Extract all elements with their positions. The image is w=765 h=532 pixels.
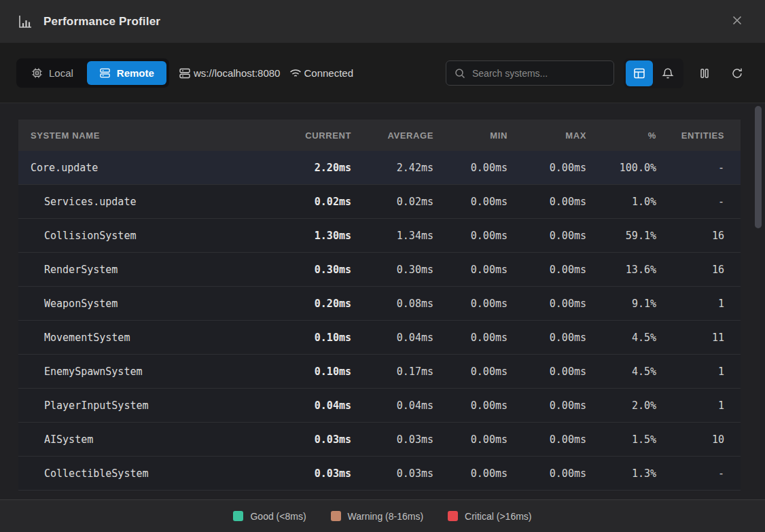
table-row[interactable]: Core.update 2.20ms 2.42ms 0.00ms 0.00ms … <box>18 151 741 185</box>
cell-entities: - <box>658 196 741 208</box>
cell-entities: - <box>658 162 741 174</box>
cell-min: 0.00ms <box>435 332 509 344</box>
column-header-max[interactable]: MAX <box>509 130 588 141</box>
cell-percent: 1.3% <box>588 467 658 480</box>
cell-average: 0.03ms <box>353 467 435 480</box>
legend-item: Good (<8ms) <box>233 511 306 522</box>
legend-label: Warning (8-16ms) <box>348 511 424 522</box>
table-view-button[interactable] <box>626 60 653 86</box>
cell-max: 0.00ms <box>509 162 588 174</box>
cell-entities: 1 <box>658 400 741 412</box>
cell-current: 0.03ms <box>277 433 353 446</box>
column-header-min[interactable]: MIN <box>435 130 509 141</box>
legend-swatch <box>233 511 243 521</box>
close-button[interactable] <box>727 12 747 32</box>
table-row[interactable]: Services.update 0.02ms 0.02ms 0.00ms 0.0… <box>18 185 741 219</box>
systems-table: SYSTEM NAME CURRENT AVERAGE MIN MAX % EN… <box>18 120 741 491</box>
cell-current: 1.30ms <box>277 230 353 242</box>
connection-url: ws://localhost:8080 <box>194 67 281 79</box>
cell-percent: 9.1% <box>588 298 658 310</box>
cell-min: 0.00ms <box>435 467 509 480</box>
cell-current: 2.20ms <box>277 162 353 174</box>
cell-min: 0.00ms <box>435 196 509 208</box>
connection-info: ws://localhost:8080 Connected <box>179 67 353 79</box>
close-icon <box>732 15 743 28</box>
cell-current: 0.30ms <box>277 264 353 276</box>
cell-percent: 59.1% <box>588 230 658 242</box>
cell-min: 0.00ms <box>435 230 509 242</box>
cell-percent: 2.0% <box>588 400 658 412</box>
vertical-scrollbar[interactable] <box>754 105 762 498</box>
pause-icon <box>698 67 711 79</box>
search-box <box>446 60 614 86</box>
search-input[interactable] <box>472 68 605 79</box>
cell-percent: 13.6% <box>588 264 658 276</box>
connection-status-label: Connected <box>304 67 353 79</box>
refresh-button[interactable] <box>726 60 749 86</box>
table-row[interactable]: AISystem 0.03ms 0.03ms 0.00ms 0.00ms 1.5… <box>18 423 741 457</box>
cell-entities: 10 <box>658 433 741 446</box>
table-row[interactable]: MovementSystem 0.10ms 0.04ms 0.00ms 0.00… <box>18 321 741 355</box>
mode-remote-button[interactable]: Remote <box>87 61 166 85</box>
cell-system-name: MovementSystem <box>18 332 277 344</box>
cell-percent: 1.5% <box>588 433 658 446</box>
legend-item: Critical (>16ms) <box>448 511 531 522</box>
legend-label: Good (<8ms) <box>250 511 306 522</box>
alerts-button[interactable] <box>654 60 681 86</box>
table-row[interactable]: PlayerInputSystem 0.04ms 0.04ms 0.00ms 0… <box>18 389 741 423</box>
cell-system-name: Core.update <box>18 162 277 174</box>
column-header-entities[interactable]: ENTITIES <box>658 130 741 141</box>
cell-max: 0.00ms <box>509 264 588 276</box>
cell-entities: 1 <box>658 298 741 310</box>
cell-entities: - <box>658 467 741 480</box>
scrollbar-thumb[interactable] <box>755 106 762 228</box>
table-body: Core.update 2.20ms 2.42ms 0.00ms 0.00ms … <box>18 151 741 491</box>
column-header-percent[interactable]: % <box>588 130 658 141</box>
cell-average: 0.03ms <box>353 433 435 446</box>
table-row[interactable]: RenderSystem 0.30ms 0.30ms 0.00ms 0.00ms… <box>18 253 741 287</box>
column-header-current[interactable]: CURRENT <box>277 130 353 141</box>
cell-percent: 4.5% <box>588 366 658 378</box>
table-grid-icon <box>633 67 645 79</box>
cell-min: 0.00ms <box>435 162 509 174</box>
cell-system-name: CollisionSystem <box>18 230 277 242</box>
cell-current: 0.20ms <box>277 298 353 310</box>
legend-swatch <box>448 511 458 521</box>
cell-average: 0.08ms <box>353 298 435 310</box>
column-header-system-name[interactable]: SYSTEM NAME <box>18 130 277 141</box>
refresh-icon <box>731 67 743 79</box>
cell-percent: 1.0% <box>588 196 658 208</box>
cpu-icon <box>31 67 43 79</box>
cell-average: 0.02ms <box>353 196 435 208</box>
column-header-average[interactable]: AVERAGE <box>353 130 435 141</box>
legend-label: Critical (>16ms) <box>465 511 531 522</box>
cell-max: 0.00ms <box>509 467 588 480</box>
cell-system-name: WeaponSystem <box>18 298 277 310</box>
cell-system-name: CollectibleSystem <box>18 467 277 480</box>
search-icon <box>455 68 465 79</box>
table-row[interactable]: EnemySpawnSystem 0.10ms 0.17ms 0.00ms 0.… <box>18 355 741 389</box>
server-icon <box>179 67 191 79</box>
cell-max: 0.00ms <box>509 196 588 208</box>
cell-min: 0.00ms <box>435 400 509 412</box>
cell-average: 2.42ms <box>353 162 435 174</box>
table-header-row: SYSTEM NAME CURRENT AVERAGE MIN MAX % EN… <box>18 120 741 151</box>
table-row[interactable]: CollectibleSystem 0.03ms 0.03ms 0.00ms 0… <box>18 457 741 491</box>
cell-min: 0.00ms <box>435 264 509 276</box>
cell-entities: 11 <box>658 332 741 344</box>
cell-system-name: PlayerInputSystem <box>18 400 277 412</box>
cell-average: 0.04ms <box>353 332 435 344</box>
mode-local-label: Local <box>49 67 73 79</box>
pause-button[interactable] <box>693 60 716 86</box>
mode-local-button[interactable]: Local <box>19 61 86 85</box>
cell-max: 0.00ms <box>509 433 588 446</box>
legend-swatch <box>331 511 341 521</box>
cell-current: 0.03ms <box>277 467 353 480</box>
cell-system-name: EnemySpawnSystem <box>18 366 277 378</box>
table-row[interactable]: CollisionSystem 1.30ms 1.34ms 0.00ms 0.0… <box>18 219 741 253</box>
table-row[interactable]: WeaponSystem 0.20ms 0.08ms 0.00ms 0.00ms… <box>18 287 741 321</box>
cell-max: 0.00ms <box>509 332 588 344</box>
cell-max: 0.00ms <box>509 400 588 412</box>
bell-icon <box>662 67 674 79</box>
cell-average: 0.30ms <box>353 264 435 276</box>
